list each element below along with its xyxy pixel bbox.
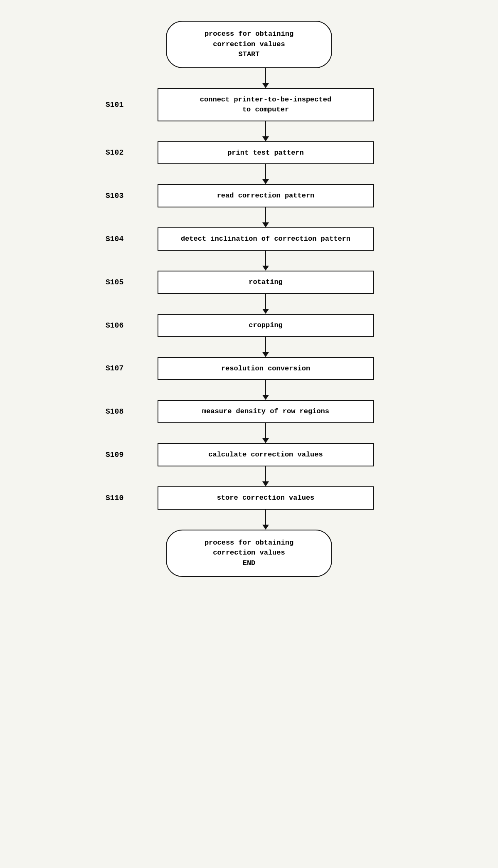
step-s104: S104 detect inclination of correction pa…	[104, 227, 394, 251]
step-s102: S102 print test pattern	[104, 141, 394, 165]
step-label-s106: S106	[104, 321, 137, 330]
step-label-s102: S102	[104, 148, 137, 157]
step-box-s101: connect printer-to-be-inspected to compu…	[158, 88, 374, 121]
end-label: END	[243, 559, 256, 567]
step-label-s101: S101	[104, 101, 137, 109]
arrow-9	[104, 466, 394, 486]
step-label-s108: S108	[104, 407, 137, 416]
step-s107: S107 resolution conversion	[104, 357, 394, 380]
arrow-icon-10	[262, 510, 269, 530]
arrow-3	[104, 207, 394, 227]
step-label-s103: S103	[104, 192, 137, 200]
step-label-s109: S109	[104, 451, 137, 459]
step-box-s103: read correction pattern	[158, 184, 374, 207]
arrow-2	[104, 164, 394, 184]
step-label-s110: S110	[104, 494, 137, 502]
arrow-10	[104, 510, 394, 530]
arrow-icon-7	[262, 380, 269, 400]
end-title: process for obtaining correction values	[205, 539, 293, 557]
arrow-icon-0	[262, 68, 269, 88]
step-box-s105: rotating	[158, 271, 374, 294]
step-s101: S101 connect printer-to-be-inspected to …	[104, 88, 394, 121]
step-box-s107: resolution conversion	[158, 357, 374, 380]
step-box-s104: detect inclination of correction pattern	[158, 227, 374, 251]
start-label: START	[238, 50, 259, 58]
arrow-icon-9	[262, 466, 269, 486]
arrow-icon-2	[262, 164, 269, 184]
step-label-s105: S105	[104, 278, 137, 286]
step-label-s104: S104	[104, 235, 137, 243]
arrow-0	[104, 68, 394, 88]
arrow-1	[104, 121, 394, 141]
start-title: process for obtaining correction values	[205, 30, 293, 48]
start-row: process for obtaining correction values …	[104, 21, 394, 68]
step-box-s110: store correction values	[158, 486, 374, 510]
step-box-s106: cropping	[158, 314, 374, 337]
arrow-icon-6	[262, 337, 269, 357]
arrow-7	[104, 380, 394, 400]
step-s106: S106 cropping	[104, 314, 394, 337]
arrow-icon-5	[262, 294, 269, 314]
end-node: process for obtaining correction values …	[166, 530, 332, 577]
step-s109: S109 calculate correction values	[104, 443, 394, 466]
end-row: process for obtaining correction values …	[104, 530, 394, 577]
arrow-icon-3	[262, 207, 269, 227]
arrow-icon-1	[262, 121, 269, 141]
flowchart: process for obtaining correction values …	[104, 8, 394, 589]
arrow-icon-8	[262, 423, 269, 443]
step-box-s109: calculate correction values	[158, 443, 374, 466]
step-s110: S110 store correction values	[104, 486, 394, 510]
step-label-s107: S107	[104, 364, 137, 372]
arrow-4	[104, 251, 394, 271]
arrow-6	[104, 337, 394, 357]
arrow-5	[104, 294, 394, 314]
start-node: process for obtaining correction values …	[166, 21, 332, 68]
arrow-icon-4	[262, 251, 269, 271]
arrow-8	[104, 423, 394, 443]
step-box-s102: print test pattern	[158, 141, 374, 165]
step-s108: S108 measure density of row regions	[104, 400, 394, 423]
step-box-s108: measure density of row regions	[158, 400, 374, 423]
step-s105: S105 rotating	[104, 271, 394, 294]
step-s103: S103 read correction pattern	[104, 184, 394, 207]
